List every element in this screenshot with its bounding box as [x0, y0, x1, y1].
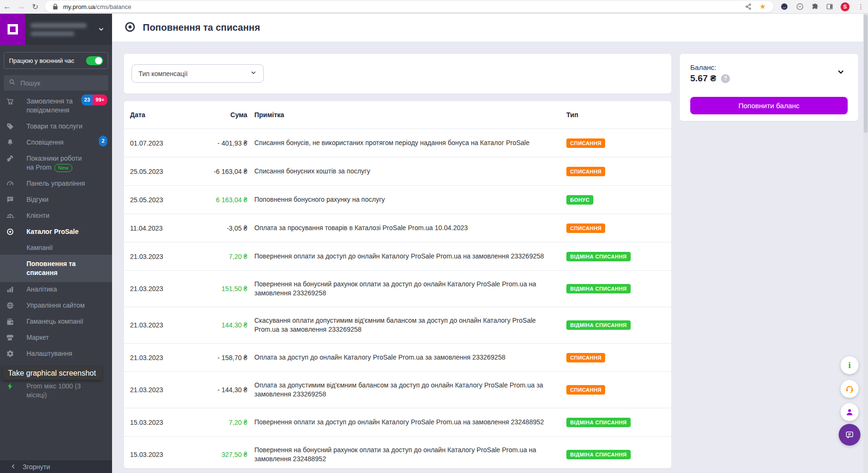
sidebar-item-label: Кампанії — [26, 243, 107, 252]
info-fab[interactable]: i — [841, 356, 859, 374]
balance-label: Баланс: — [690, 63, 848, 71]
sidebar-header[interactable] — [0, 14, 112, 45]
lock-icon — [52, 3, 59, 10]
cell-note: Повернення оплати за доступ до онлайн Ка… — [254, 252, 566, 261]
table-row: 25.05.20236 163,04 ₴Поповнення бонусного… — [124, 186, 671, 214]
table-row: 11.04.2023-3,05 ₴Оплата за просування то… — [124, 214, 671, 242]
cell-date: 21.03.2023 — [130, 386, 187, 394]
cell-type: СПИСАННЯ — [566, 167, 671, 176]
cell-type: ВІДМІНА СПИСАННЯ — [566, 450, 671, 459]
bolt-icon — [6, 382, 18, 393]
page-scrollbar[interactable] — [863, 14, 868, 473]
bookmark-star-icon[interactable]: ★ — [760, 2, 766, 11]
sidebar-item-clients[interactable]: Клієнти — [0, 211, 112, 227]
prom-logo — [0, 14, 25, 45]
search-placeholder: Пошук — [20, 79, 40, 87]
badge-group: 2399+ — [81, 95, 107, 105]
sidebar-search-input[interactable]: Пошук — [4, 75, 108, 91]
count-badge-blue: 2 — [99, 136, 107, 146]
sidebar-item-products[interactable]: Товари та послуги — [0, 122, 112, 138]
page-title: Поповнення та списання — [143, 22, 260, 33]
table-row: 15.03.2023327,50 ₴Повернення на бонусний… — [124, 437, 671, 468]
type-badge: ВІДМІНА СПИСАННЯ — [566, 320, 631, 330]
table-row: 21.03.2023144,30 ₴Скасування оплати допу… — [124, 307, 671, 344]
sidebar-item-prosale-catalog[interactable]: Каталог ProSale — [0, 227, 112, 243]
cell-type: ВІДМІНА СПИСАННЯ — [566, 320, 671, 330]
extension-dash-circle-icon[interactable] — [796, 2, 804, 11]
cell-date: 01.07.2023 — [130, 139, 187, 147]
cell-note: Оплата за доступ до онлайн Каталогу ProS… — [254, 353, 566, 362]
table-row: 21.03.2023- 158,70 ₴Оплата за доступ до … — [124, 344, 671, 372]
reload-icon[interactable]: ↻ — [28, 2, 43, 11]
cell-amount: - 158,70 ₴ — [187, 354, 247, 361]
chevron-down-icon[interactable] — [837, 68, 845, 78]
puzzle-icon[interactable] — [811, 3, 819, 10]
sidebar-item-settings[interactable]: Налаштування — [0, 349, 112, 365]
toggle-on-icon[interactable] — [86, 56, 103, 65]
extension-circle-icon[interactable] — [780, 2, 789, 11]
rocket-icon — [6, 155, 18, 165]
profile-avatar[interactable]: S — [841, 2, 850, 11]
sidebar-item-balance[interactable]: Поповнення тасписання — [0, 255, 112, 282]
sidebar-item-performance[interactable]: Показники роботина PromNew — [0, 154, 112, 179]
sidebar-item-dashboard[interactable]: Панель управління — [0, 179, 112, 195]
col-note: Примітка — [254, 111, 566, 120]
cell-date: 21.03.2023 — [130, 253, 187, 260]
help-icon[interactable]: ? — [721, 74, 730, 83]
store-icon — [6, 334, 18, 344]
sidebar-item-notifications[interactable]: Сповіщення2 — [0, 138, 112, 154]
type-badge: СПИСАННЯ — [566, 138, 605, 148]
sidebar-item-label: Управління сайтом — [18, 301, 107, 310]
cell-amount: - 401,93 ₴ — [187, 139, 247, 147]
type-badge: СПИСАННЯ — [566, 167, 605, 176]
forward-icon[interactable]: → — [14, 2, 28, 11]
cell-note: Оплата за допустимим від'ємним балансом … — [254, 381, 566, 399]
table-row: 01.07.2023- 401,93 ₴Списання бонусів, не… — [124, 129, 671, 157]
chevron-down-icon[interactable] — [98, 26, 104, 33]
cell-amount: 151,50 ₴ — [187, 285, 247, 292]
sidebar-item-company-wallet[interactable]: Гаманець компанії — [0, 317, 112, 333]
cell-date: 25.05.2023 — [130, 196, 187, 204]
account-fab[interactable] — [841, 403, 859, 421]
sidebar-item-orders[interactable]: Замовлення таповідомлення2399+ — [0, 97, 112, 122]
url-text[interactable]: my.prom.ua/cms/balance — [63, 3, 744, 10]
filter-card: Тип компенсації — [124, 54, 671, 94]
cell-note: Списання бонусів, не використаних протяг… — [254, 138, 566, 147]
search-icon — [9, 78, 16, 87]
tag-icon — [6, 122, 18, 133]
cell-date: 15.03.2023 — [130, 419, 187, 426]
cell-type: ВІДМІНА СПИСАННЯ — [566, 418, 671, 427]
scrollbar-thumb[interactable] — [864, 15, 868, 133]
back-icon[interactable]: ← — [0, 2, 14, 11]
sidebar-item-analytics[interactable]: Аналітика — [0, 285, 112, 301]
target-icon — [6, 228, 18, 238]
share-icon[interactable] — [745, 3, 752, 10]
address-bar[interactable]: my.prom.ua/cms/balance ★ — [45, 1, 773, 12]
cell-date: 25.05.2023 — [130, 168, 187, 175]
bell-icon — [6, 138, 18, 149]
sidebar-item-market[interactable]: Маркет — [0, 333, 112, 349]
sidebar-item-site-management[interactable]: Управління сайтом — [0, 301, 112, 317]
topup-balance-button[interactable]: Поповнити баланс — [690, 97, 848, 114]
chat-icon — [6, 196, 18, 206]
sidebar-item-label: Показники роботина PromNew — [18, 154, 107, 172]
chat-fab[interactable] — [839, 424, 860, 446]
side-panel-icon[interactable] — [826, 3, 833, 10]
table-row: 21.03.20237,20 ₴Повернення оплати за дос… — [124, 242, 671, 271]
type-badge: СПИСАННЯ — [566, 224, 605, 233]
collapse-sidebar-button[interactable]: Згорнути — [0, 460, 112, 473]
cell-amount: -3,05 ₴ — [187, 224, 247, 232]
extensions-row: S ⋮ — [780, 2, 868, 11]
wartime-toggle[interactable]: Працюю у воєнний час — [4, 52, 108, 69]
browser-menu-icon[interactable]: ⋮ — [858, 3, 864, 10]
cell-note: Повернення на бонусний рахунок оплати за… — [254, 280, 566, 298]
support-headset-fab[interactable] — [841, 380, 859, 398]
sidebar-item-reviews[interactable]: Відгуки — [0, 195, 112, 211]
type-badge: ВІДМІНА СПИСАННЯ — [566, 252, 631, 261]
wartime-toggle-label: Працюю у воєнний час — [9, 57, 86, 64]
transactions-table: Дата Сума Примітка Тип 01.07.2023- 401,9… — [124, 101, 671, 468]
compensation-type-select[interactable]: Тип компенсації — [131, 64, 264, 83]
cart-icon — [6, 97, 18, 108]
wallet-icon — [6, 318, 18, 328]
sidebar-item-prom-mix[interactable]: Prom мікс 1000 (3місяці) — [0, 382, 112, 407]
